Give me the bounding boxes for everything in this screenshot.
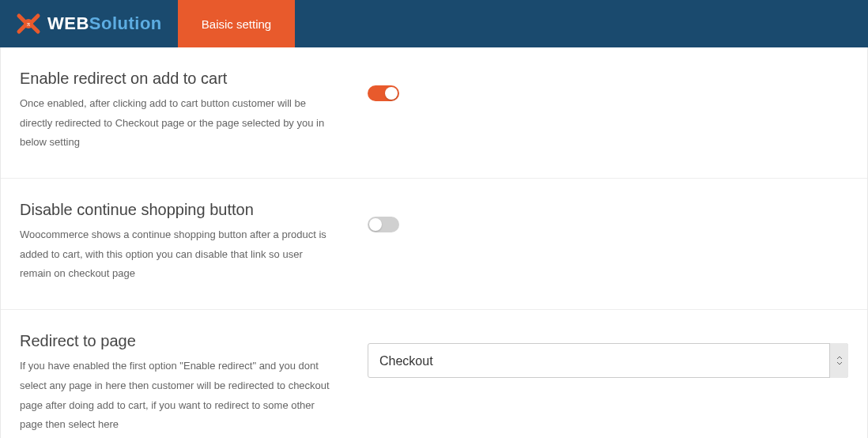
setting-redirect-to-page: Redirect to page If you have enabled the… [1,310,867,438]
setting-title: Disable continue shopping button [20,201,336,219]
tab-basic-setting[interactable]: Baisic setting [178,0,295,47]
logo-text-web: WEB [47,13,89,33]
select-wrapper: Checkout [368,343,848,378]
svg-text:π: π [27,21,30,28]
setting-control: Checkout [368,332,848,435]
setting-enable-redirect: Enable redirect on add to cart Once enab… [1,47,867,179]
setting-title: Redirect to page [20,332,336,350]
setting-info: Enable redirect on add to cart Once enab… [20,70,368,153]
tab-label: Baisic setting [202,17,271,31]
header: π WEBSolution Baisic setting [0,0,868,47]
setting-info: Redirect to page If you have enabled the… [20,332,368,435]
setting-disable-continue-shopping: Disable continue shopping button Woocomm… [1,179,867,310]
logo: π WEBSolution [0,0,178,47]
setting-description: Once enabled, after clicking add to cart… [20,94,336,153]
logo-icon: π [16,11,41,36]
settings-content: Enable redirect on add to cart Once enab… [0,47,868,438]
setting-title: Enable redirect on add to cart [20,70,336,88]
select-redirect-page[interactable]: Checkout [368,343,848,378]
setting-control [368,201,848,284]
toggle-knob [369,218,382,231]
logo-text: WEBSolution [47,13,162,34]
setting-control [368,70,848,153]
logo-text-solution: Solution [89,13,162,33]
setting-info: Disable continue shopping button Woocomm… [20,201,368,284]
setting-description: If you have enabled the first option "En… [20,357,336,435]
setting-description: Woocommerce shows a continue shopping bu… [20,225,336,284]
toggle-knob [385,87,398,100]
toggle-enable-redirect[interactable] [368,85,399,101]
toggle-disable-continue-shopping[interactable] [368,217,399,232]
